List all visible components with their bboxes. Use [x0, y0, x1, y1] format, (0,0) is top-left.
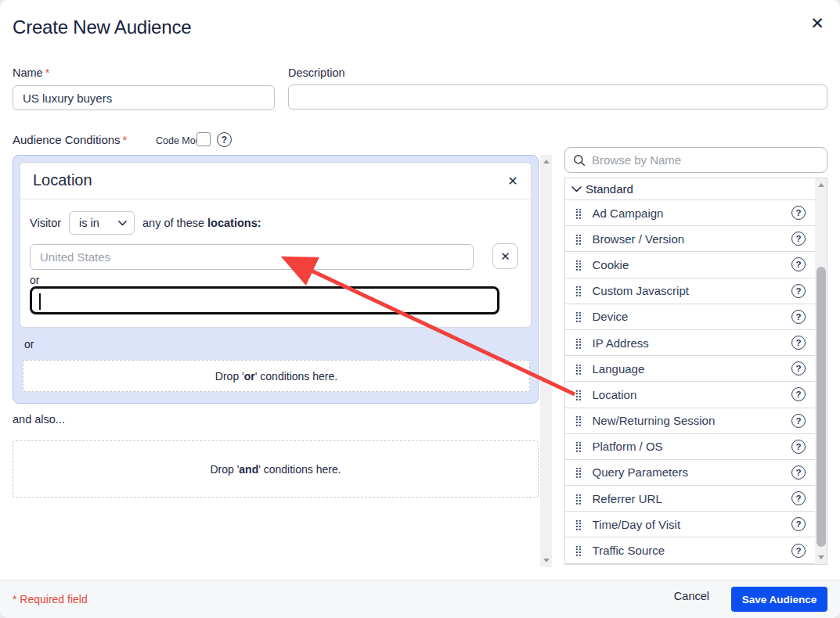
dz-post: ' conditions here. [258, 463, 341, 476]
drag-handle-icon[interactable]: ⣿ [575, 234, 582, 244]
help-icon[interactable]: ? [791, 491, 806, 505]
condition-type-row-new-returning-session[interactable]: ⣿New/Returning Session? [565, 408, 815, 434]
condition-type-row-platform-os[interactable]: ⣿Platform / OS? [565, 434, 815, 460]
drag-handle-icon[interactable]: ⣿ [575, 390, 582, 400]
group-or-label: or [24, 338, 34, 350]
help-icon[interactable]: ? [791, 206, 806, 220]
name-input[interactable] [13, 85, 275, 110]
operator-select[interactable]: is in [69, 211, 135, 235]
condition-type-label: Device [593, 310, 629, 323]
help-icon[interactable]: ? [217, 132, 232, 147]
drag-handle-icon[interactable]: ⣿ [575, 415, 582, 426]
help-icon[interactable]: ? [791, 336, 806, 350]
condition-type-label: Cookie [593, 258, 629, 271]
help-icon[interactable]: ? [791, 232, 806, 246]
condition-type-row-time-day-of-visit[interactable]: ⣿Time/Day of Visit? [565, 512, 815, 537]
standard-group-header[interactable]: Standard [565, 178, 815, 200]
condition-type-row-cookie[interactable]: ⣿Cookie? [565, 252, 815, 278]
dz-word: or [244, 370, 255, 383]
drag-handle-icon[interactable]: ⣿ [575, 208, 582, 218]
condition-type-label: New/Returning Session [593, 414, 716, 427]
condition-type-row-custom-javascript[interactable]: ⣿Custom Javascript? [565, 278, 815, 304]
audience-conditions-text: Audience Conditions [13, 133, 121, 146]
help-icon[interactable]: ? [791, 465, 806, 480]
dz-word: and [239, 463, 258, 476]
condition-type-row-language[interactable]: ⣿Language? [565, 356, 815, 382]
name-label-text: Name [13, 66, 43, 79]
help-icon[interactable]: ? [791, 387, 806, 401]
help-icon[interactable]: ? [791, 517, 806, 531]
help-icon[interactable]: ? [791, 361, 806, 375]
help-icon[interactable]: ? [791, 414, 806, 428]
drag-handle-icon[interactable]: ⣿ [575, 467, 582, 477]
scroll-up-icon[interactable] [818, 183, 824, 187]
condition-type-row-ip-address[interactable]: ⣿IP Address? [565, 330, 815, 356]
and-also-label: and also... [13, 413, 65, 426]
scroll-up-icon[interactable] [543, 160, 550, 163]
dz-post: ' conditions here. [255, 370, 337, 383]
type-list-scrollbar[interactable] [815, 178, 827, 564]
condition-type-row-query-parameters[interactable]: ⣿Query Parameters? [565, 460, 815, 486]
search-input[interactable] [592, 153, 819, 167]
help-icon[interactable]: ? [791, 284, 806, 298]
scroll-down-icon[interactable] [818, 555, 824, 559]
help-icon[interactable]: ? [791, 310, 806, 324]
code-mode-checkbox[interactable] [196, 132, 211, 146]
condition-type-list-inner: Standard ⣿Ad Campaign? ⣿Browser / Versio… [565, 178, 815, 564]
new-location-input[interactable] [30, 286, 499, 314]
text-caret [39, 293, 41, 310]
description-input[interactable] [288, 84, 827, 110]
or-label: or [30, 274, 39, 286]
drag-handle-icon[interactable]: ⣿ [575, 494, 582, 504]
cancel-button[interactable]: Cancel [674, 590, 709, 602]
location-condition-card: Location ✕ Visitor is in any of these lo… [20, 162, 532, 328]
condition-group-card: Location ✕ Visitor is in any of these lo… [13, 155, 539, 404]
help-icon[interactable]: ? [791, 257, 806, 271]
scroll-down-icon[interactable] [543, 559, 550, 562]
and-dropzone[interactable]: Drop 'and' conditions here. [13, 440, 539, 498]
required-field-note: * Required field [13, 593, 88, 605]
conditions-scrollbar[interactable] [540, 155, 552, 567]
drag-handle-icon[interactable]: ⣿ [575, 545, 582, 555]
drag-handle-icon[interactable]: ⣿ [575, 519, 582, 530]
condition-title: Location [33, 171, 92, 189]
drag-handle-icon[interactable]: ⣿ [575, 364, 582, 374]
drag-handle-icon[interactable]: ⣿ [575, 441, 582, 451]
close-icon[interactable]: ✕ [807, 13, 827, 34]
condition-type-row-browser-version[interactable]: ⣿Browser / Version? [565, 226, 815, 252]
condition-card-header: Location ✕ [20, 163, 531, 199]
help-icon[interactable]: ? [791, 544, 806, 558]
drag-handle-icon[interactable]: ⣿ [575, 286, 582, 296]
drag-handle-icon[interactable]: ⣿ [575, 338, 582, 348]
clause-keyword: locations: [207, 217, 261, 229]
condition-type-row-ad-campaign[interactable]: ⣿Ad Campaign? [565, 200, 815, 226]
drag-handle-icon[interactable]: ⣿ [575, 260, 582, 270]
condition-type-row-referrer-url[interactable]: ⣿Referrer URL? [565, 486, 815, 512]
browse-search-box[interactable] [564, 147, 827, 173]
help-icon[interactable]: ? [791, 440, 806, 454]
condition-type-row-device[interactable]: ⣿Device? [565, 304, 815, 330]
condition-type-label: Browser / Version [593, 232, 685, 246]
visitor-clause-row: Visitor is in any of these locations: [30, 211, 261, 235]
close-icon[interactable]: ✕ [504, 172, 521, 189]
condition-type-label: Platform / OS [593, 440, 663, 453]
condition-type-label: IP Address [593, 336, 649, 350]
or-dropzone[interactable]: Drop 'or' conditions here. [23, 360, 530, 392]
condition-type-label: Ad Campaign [593, 207, 664, 220]
location-value-input[interactable] [30, 244, 474, 270]
clause-regular: any of these [142, 217, 204, 229]
standard-group-label: Standard [586, 182, 633, 196]
save-audience-button[interactable]: Save Audience [731, 587, 827, 612]
condition-type-label: Location [593, 388, 637, 401]
scrollbar-thumb[interactable] [817, 267, 826, 547]
required-asterisk: * [123, 133, 128, 146]
clear-location-icon[interactable]: ✕ [492, 243, 518, 269]
or-dropzone-text: Drop 'or' conditions here. [215, 370, 337, 383]
condition-type-row-location[interactable]: ⣿Location? [565, 382, 815, 408]
condition-type-row-traffic-source[interactable]: ⣿Traffic Source? [565, 537, 815, 563]
drag-handle-icon[interactable]: ⣿ [575, 311, 582, 322]
operator-value: is in [79, 217, 118, 229]
search-icon [573, 154, 586, 167]
page-title: Create New Audience [13, 16, 191, 38]
dz-pre: Drop ' [210, 463, 239, 476]
